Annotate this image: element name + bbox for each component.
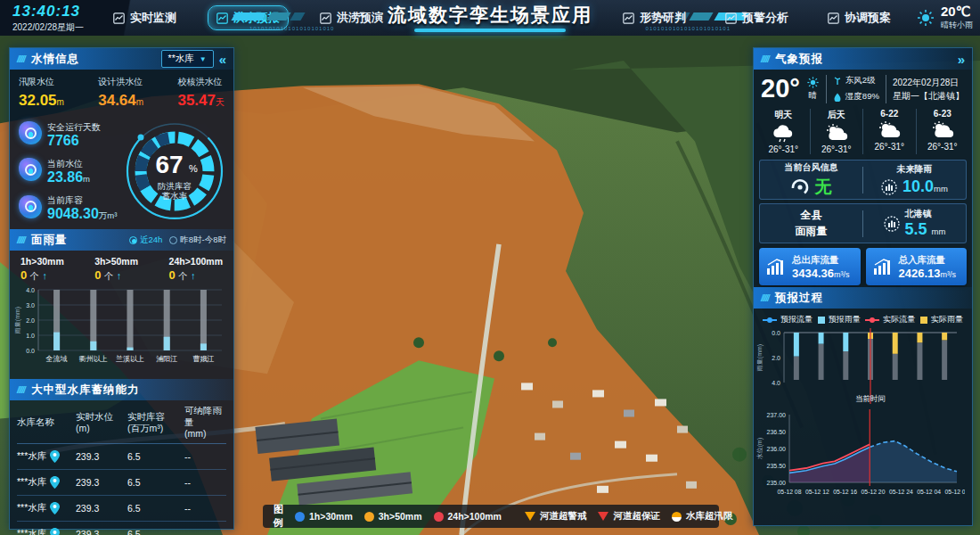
typhoon-info: 当前台风信息 无 [760, 161, 862, 199]
svg-text:防洪库容: 防洪库容 [158, 181, 192, 191]
legend-label: 河道超保证 [613, 510, 660, 523]
column-header: 水库名称 [17, 416, 76, 428]
nav-item-预警分析[interactable]: 预警分析 [717, 6, 796, 29]
capacity-icon [19, 195, 42, 218]
rain-cell: -- [184, 477, 227, 488]
legend-实际雨量: 实际雨量 [920, 314, 963, 325]
table-row[interactable]: ***水库239.36.5-- [17, 444, 226, 470]
rain-cell: -- [184, 451, 227, 462]
nav-chart-icon [828, 12, 839, 24]
location-pin-icon[interactable] [50, 450, 60, 463]
expand-right-panel-button[interactable]: » [958, 53, 965, 66]
forecast-day-6-23: 6-2326°-31° [916, 109, 969, 154]
forecast-day-后天: 后天26°-31° [810, 109, 863, 154]
sun-icon [916, 8, 935, 28]
legend-label: 实际流量 [883, 314, 915, 325]
counter-3h: 3h>50mm 0 个 ↑ [94, 256, 138, 283]
location-pin-icon[interactable] [50, 528, 60, 535]
svg-text:0.0: 0.0 [772, 330, 780, 336]
svg-text:%: % [189, 163, 198, 174]
svg-text:235.00: 235.00 [767, 480, 787, 486]
svg-text:237.00: 237.00 [767, 412, 787, 418]
legend-label: 河道超警戒 [540, 510, 587, 523]
radio-yesterday8-today8[interactable]: 昨8时-今8时 [169, 235, 226, 246]
section-slashes-icon: ///// [17, 54, 25, 64]
svg-text:当前时间: 当前时间 [855, 394, 886, 403]
svg-text:05-12 08: 05-12 08 [945, 489, 965, 495]
current-level-stat: 当前水位 23.86m [19, 154, 118, 185]
svg-text:雨量(mm): 雨量(mm) [756, 344, 764, 371]
storage-gauge-svg: 67 % 防洪库容 蓄水率 [122, 119, 227, 224]
legend-预报雨量: 预报雨量 [818, 314, 861, 325]
map-legend-bar: 图例 1h>30mm3h>50mm24h>100mm河道超警戒河道超保证水库超汛… [263, 505, 719, 528]
table-row[interactable]: ***水库239.36.5-- [17, 496, 226, 522]
total-inflow-button[interactable]: 总入库流量 2426.13m³/s [866, 248, 968, 285]
table-header-row: 水库名称实时水位(m)实时库容(百万m³)可纳降雨量(mm) [17, 400, 226, 444]
rain-counters: 1h>30mm 0 个 ↑ 3h>50mm 0 个 ↑ 24h>100mm 0 … [10, 251, 233, 284]
legend-预报流量: 预报流量 [763, 314, 813, 325]
collapse-left-panel-button[interactable]: « [219, 53, 226, 66]
table-row[interactable]: ***水库239.36.5-- [17, 522, 226, 535]
humidity-icon [833, 93, 842, 102]
current-temp: 20° [761, 74, 800, 103]
water-info-title: 水情信息 [31, 52, 79, 67]
capacity-cell: 6.5 [127, 451, 184, 462]
water-info-header: ///// 水情信息 **水库 ▼ « [10, 48, 233, 70]
reservoir-selector[interactable]: **水库 ▼ [161, 50, 214, 68]
map-legend-河道超警戒: 河道超警戒 [525, 510, 587, 523]
radio-last-24h[interactable]: 近24h [129, 235, 162, 246]
cloud-rain-icon [770, 123, 796, 143]
area-rain-box: 全县面雨量 北港镇 5.5 mm [759, 203, 967, 243]
svg-text:2.0: 2.0 [772, 355, 780, 361]
forecast-process-legend: 预报流量预报雨量实际流量实际雨量 [754, 309, 972, 325]
typhoon-value: 无 [815, 176, 832, 199]
dot-icon [434, 512, 444, 522]
svg-text:兰溪以上: 兰溪以上 [116, 355, 144, 363]
weather-title: 气象预报 [775, 52, 823, 67]
reservoir-name: ***水库 [17, 476, 76, 489]
weather-forecast-panel: ///// 气象预报 » 20° 晴 东风2级 [753, 47, 973, 526]
svg-text:05-12 16: 05-12 16 [833, 489, 857, 495]
map-legend-24h>100mm: 24h>100mm [434, 511, 502, 522]
title-decoration-left [233, 12, 314, 21]
location-pin-icon[interactable] [50, 502, 60, 514]
total-outflow-button[interactable]: 总出库流量 3434.36m³/s [759, 248, 861, 285]
svg-text:235.50: 235.50 [767, 463, 787, 469]
cloud-sun-icon [929, 120, 956, 140]
rain-cell: -- [184, 503, 227, 514]
table-row[interactable]: ***水库239.36.5-- [17, 470, 226, 496]
nav-item-label: 实时监测 [130, 10, 176, 26]
reservoir-stats: 安全运行天数 7766 当前水位 23.86m 当前库容 9048.30万m [10, 113, 233, 227]
nav-chart-icon [725, 12, 737, 24]
current-weather: 20° 晴 东风2级 湿度89% [754, 70, 972, 105]
nav-item-label: 协调预案 [845, 10, 891, 26]
rain-cell: -- [184, 529, 227, 535]
up-arrow-icon: ↑ [42, 270, 47, 281]
water-level-cell: 239.3 [76, 477, 127, 488]
nav-item-实时监测[interactable]: 实时监测 [105, 6, 184, 29]
reservoir-table: 水库名称实时水位(m)实时库容(百万m³)可纳降雨量(mm)***水库239.3… [10, 400, 233, 535]
town-rain-info: 北港镇 5.5 mm [863, 208, 966, 239]
safe-days-stat: 安全运行天数 7766 [19, 118, 118, 149]
water-level-cell: 239.3 [76, 451, 127, 462]
wind-value: 东风2级 [845, 75, 876, 86]
warning-triangle-icon [598, 512, 608, 521]
svg-text:0.0: 0.0 [26, 348, 35, 354]
svg-text:05-12 04: 05-12 04 [917, 489, 941, 495]
svg-text:67: 67 [155, 151, 183, 178]
water-info-panel: ///// 水情信息 **水库 ▼ « 汛限水位 32.05m 设计洪水位 34… [9, 47, 234, 530]
current-capacity-stat: 当前库容 9048.30万m³ [19, 191, 118, 222]
area-rain-header: ///// 面雨量 近24h 昨8时-今8时 [10, 229, 233, 251]
nav-item-形势研判[interactable]: 形势研判 [615, 6, 694, 29]
location-pin-icon[interactable] [50, 476, 60, 489]
svg-text:衢州以上: 衢州以上 [79, 355, 108, 363]
map-legend-3h>50mm: 3h>50mm [364, 511, 422, 522]
legend-label: 1h>30mm [309, 511, 353, 522]
title-underline [414, 29, 566, 32]
dot-icon [364, 512, 374, 522]
capacity-cell: 6.5 [127, 503, 184, 514]
cloud-sun-icon [876, 120, 902, 140]
check-flood-level: 校核洪水位 35.47天 [177, 76, 225, 110]
nav-item-协调预案[interactable]: 协调预案 [820, 6, 899, 29]
cloud-sun-icon [823, 123, 850, 143]
